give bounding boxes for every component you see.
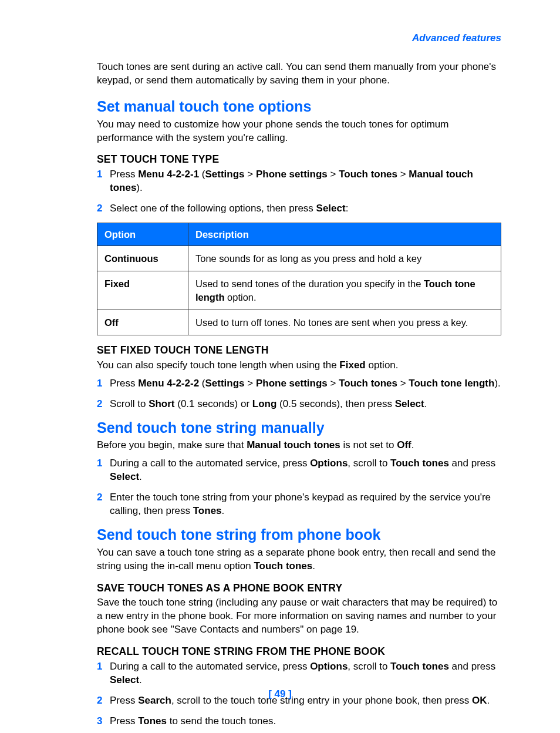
text: , scroll to bbox=[348, 458, 390, 469]
set-type-steps: Press Menu 4-2-2-1 (Settings > Phone set… bbox=[97, 168, 501, 216]
text: You can also specify touch tone length w… bbox=[97, 359, 339, 371]
text: . bbox=[139, 471, 142, 482]
list-item: Scroll to Short (0.1 seconds) or Long (0… bbox=[97, 398, 501, 411]
fixed-length-steps: Press Menu 4-2-2-2 (Settings > Phone set… bbox=[97, 377, 501, 411]
text: (0.1 seconds) or bbox=[175, 398, 252, 409]
heading-send-manually: Send touch tone string manually bbox=[97, 418, 501, 438]
heading-set-touch-tone-type: SET TOUCH TONE TYPE bbox=[97, 153, 501, 167]
desc-continuous: Tone sounds for as long as you press and… bbox=[188, 246, 501, 271]
text: to send the touch tones. bbox=[167, 715, 276, 727]
text: > bbox=[328, 169, 339, 180]
list-item: During a call to the automated service, … bbox=[97, 660, 501, 687]
text: ( bbox=[199, 378, 205, 389]
text: Select one of the following options, the… bbox=[110, 203, 316, 214]
text: ( bbox=[199, 169, 205, 180]
text: During a call to the automated service, … bbox=[110, 458, 310, 469]
path-settings: Settings bbox=[205, 169, 245, 180]
heading-set-fixed-length: SET FIXED TOUCH TONE LENGTH bbox=[97, 344, 501, 358]
options-label: Options bbox=[310, 661, 348, 672]
manual-touch-tones-label: Manual touch tones bbox=[247, 439, 340, 450]
text: Enter the touch tone string from your ph… bbox=[110, 492, 491, 516]
tones-label: Tones bbox=[138, 715, 167, 727]
path-settings: Settings bbox=[205, 378, 245, 389]
send-manual-steps: During a call to the automated service, … bbox=[97, 457, 501, 518]
page-number: [ 49 ] bbox=[0, 688, 560, 701]
text: . bbox=[312, 560, 315, 571]
text: option. bbox=[225, 292, 257, 302]
fixed-length-desc: You can also specify touch tone length w… bbox=[97, 359, 501, 372]
heading-send-from-phonebook: Send touch tone string from phone book bbox=[97, 525, 501, 545]
text: ). bbox=[494, 378, 500, 389]
th-option: Option bbox=[97, 223, 188, 246]
phonebook-desc: You can save a touch tone string as a se… bbox=[97, 546, 501, 573]
text: . bbox=[424, 398, 427, 409]
text: Press bbox=[110, 715, 138, 727]
text: Before you begin, make sure that bbox=[97, 439, 247, 450]
text: (0.5 seconds), then press bbox=[276, 398, 394, 409]
text: is not set to bbox=[340, 439, 397, 450]
touch-tones-label: Touch tones bbox=[390, 661, 449, 672]
heading-set-manual-options: Set manual touch tone options bbox=[97, 97, 501, 117]
text: . bbox=[139, 674, 142, 685]
opt-off: Off bbox=[97, 310, 188, 335]
desc-fixed: Used to send tones of the duration you s… bbox=[188, 271, 501, 310]
list-item: During a call to the automated service, … bbox=[97, 457, 501, 484]
select-label: Select bbox=[316, 203, 346, 214]
text: > bbox=[245, 169, 256, 180]
send-manual-desc: Before you begin, make sure that Manual … bbox=[97, 439, 501, 452]
touch-tones-label: Touch tones bbox=[254, 560, 312, 571]
off-label: Off bbox=[397, 439, 411, 450]
table-row: Off Used to turn off tones. No tones are… bbox=[97, 310, 501, 335]
menu-code: Menu 4-2-2-2 bbox=[138, 378, 199, 389]
heading-recall-phonebook: RECALL TOUCH TONE STRING FROM THE PHONE … bbox=[97, 645, 501, 659]
select-label: Select bbox=[395, 398, 424, 409]
path-phone-settings: Phone settings bbox=[256, 378, 328, 389]
table-header-row: Option Description bbox=[97, 223, 501, 246]
text: During a call to the automated service, … bbox=[110, 661, 310, 672]
header-section-link[interactable]: Advanced features bbox=[97, 32, 501, 45]
table-row: Continuous Tone sounds for as long as yo… bbox=[97, 246, 501, 271]
text: Press bbox=[110, 378, 138, 389]
text: ). bbox=[136, 182, 142, 193]
fixed-label: Fixed bbox=[339, 359, 365, 371]
list-item: Press Menu 4-2-2-2 (Settings > Phone set… bbox=[97, 377, 501, 391]
path-touch-tone-length: Touch tone length bbox=[409, 378, 494, 389]
opt-fixed: Fixed bbox=[97, 271, 188, 310]
save-entry-desc: Save the touch tone string (including an… bbox=[97, 596, 501, 637]
path-touch-tones: Touch tones bbox=[339, 169, 397, 180]
tones-label: Tones bbox=[193, 505, 222, 516]
menu-code: Menu 4-2-2-1 bbox=[138, 169, 199, 180]
text: : bbox=[346, 203, 349, 214]
text: . bbox=[411, 439, 414, 450]
select-label: Select bbox=[110, 471, 139, 482]
text: . bbox=[222, 505, 225, 516]
opt-continuous: Continuous bbox=[97, 246, 188, 271]
desc-off: Used to turn off tones. No tones are sen… bbox=[188, 310, 501, 335]
text: Scroll to bbox=[110, 398, 149, 409]
text: and press bbox=[449, 661, 495, 672]
heading-save-phonebook-entry: SAVE TOUCH TONES AS A PHONE BOOK ENTRY bbox=[97, 581, 501, 596]
path-touch-tones: Touch tones bbox=[339, 378, 397, 389]
set-manual-desc: You may need to customize how your phone… bbox=[97, 118, 501, 145]
text: > bbox=[328, 378, 339, 389]
intro-text: Touch tones are sent during an active ca… bbox=[97, 60, 501, 88]
options-table: Option Description Continuous Tone sound… bbox=[97, 223, 501, 335]
list-item: Press Tones to send the touch tones. bbox=[97, 715, 501, 728]
options-label: Options bbox=[310, 458, 348, 469]
touch-tones-label: Touch tones bbox=[390, 458, 449, 469]
text: Used to send tones of the duration you s… bbox=[195, 278, 424, 289]
short-label: Short bbox=[149, 398, 174, 409]
select-label: Select bbox=[110, 674, 139, 685]
text: and press bbox=[449, 458, 495, 469]
table-row: Fixed Used to send tones of the duration… bbox=[97, 271, 501, 310]
text: Press bbox=[110, 169, 138, 180]
text: > bbox=[397, 378, 409, 389]
text: option. bbox=[366, 359, 399, 371]
path-phone-settings: Phone settings bbox=[256, 169, 328, 180]
th-description: Description bbox=[188, 223, 501, 246]
text: , scroll to bbox=[348, 661, 390, 672]
text: > bbox=[245, 378, 256, 389]
list-item: Enter the touch tone string from your ph… bbox=[97, 491, 501, 518]
text: > bbox=[397, 169, 409, 180]
list-item: Press Menu 4-2-2-1 (Settings > Phone set… bbox=[97, 168, 501, 195]
